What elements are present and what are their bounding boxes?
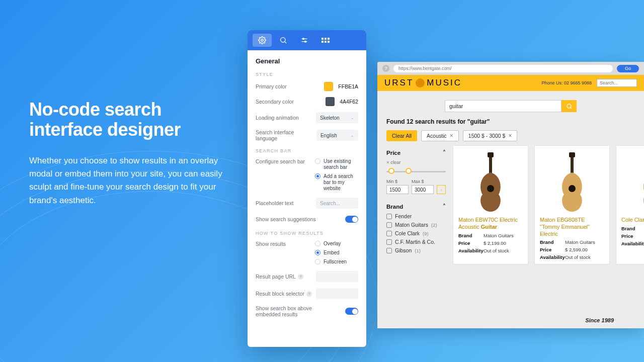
results-heading: Found 12 search results for "guitar"	[377, 118, 644, 125]
max-input[interactable]: 3000	[412, 185, 434, 194]
max-label: Max $	[412, 179, 434, 184]
product-name: Cole Clark Auditorium	[621, 217, 644, 224]
opt-use-existing[interactable]: Use existing search bar	[315, 158, 358, 170]
product-card[interactable]: Maton EBW70C Electric Acoustic GuitarBra…	[453, 145, 528, 264]
brand-option[interactable]: Cole Clark (9)	[386, 230, 446, 236]
product-card[interactable]: Cole Clark AuditoriumBrandPriceAvailabil…	[616, 145, 644, 264]
svg-line-8	[570, 107, 571, 108]
configure-search-label: Configure search bar	[256, 158, 305, 164]
brand-option[interactable]: Maton Guitars (2)	[386, 222, 446, 228]
product-name: Maton EBW70C Electric Acoustic Guitar	[458, 217, 523, 231]
result-block-input[interactable]	[316, 288, 358, 299]
suggestions-toggle[interactable]	[345, 216, 358, 223]
sliders-icon	[300, 36, 308, 44]
chip-clear-all[interactable]: Clear All	[386, 130, 417, 141]
opt-fullscreen[interactable]: Fullscreen	[315, 259, 358, 265]
embedded-search-input[interactable]: guitar	[445, 100, 561, 112]
chip-price[interactable]: 1500 $ - 3000 $×	[463, 130, 518, 141]
loading-anim-select[interactable]: Skeleton⌄	[316, 112, 358, 123]
brand-option[interactable]: C.F. Martin & Co.	[386, 239, 446, 245]
panel-title: General	[256, 57, 358, 65]
min-input[interactable]: 1500	[386, 185, 409, 194]
product-image	[554, 151, 590, 214]
embedded-search-button[interactable]	[561, 100, 577, 112]
site-search[interactable]	[597, 79, 637, 87]
address-bar[interactable]: https://www.bentgate.com/	[393, 65, 613, 72]
searchbox-above-toggle[interactable]	[345, 308, 358, 315]
primary-color-label: Primary color	[256, 83, 287, 89]
help-icon[interactable]: ?	[382, 65, 389, 72]
svg-point-0	[261, 39, 263, 41]
section-how-results: HOW TO SHOW RESULTS	[256, 231, 358, 236]
since-text: Since 1989	[585, 317, 614, 323]
placeholder-input[interactable]: Search...	[316, 198, 358, 209]
facet-brand-header[interactable]: Brand˄	[386, 203, 446, 210]
tab-search[interactable]	[274, 34, 293, 47]
config-panel: General STYLE Primary color FFBE1A Secon…	[248, 30, 366, 347]
svg-line-2	[285, 42, 286, 43]
svg-rect-10	[488, 152, 494, 157]
loading-anim-label: Loading animation	[256, 115, 299, 121]
result-url-label: Result page URL?	[256, 274, 303, 280]
price-clear[interactable]: × clear	[386, 159, 446, 165]
tab-filters[interactable]	[295, 34, 314, 47]
suggestions-label: Show search suggestions	[256, 216, 316, 222]
search-icon	[566, 103, 573, 110]
lang-select[interactable]: English⌄	[316, 130, 358, 141]
facet-price-header[interactable]: Price˄	[386, 149, 446, 156]
svg-point-6	[305, 41, 306, 42]
sun-icon	[416, 78, 425, 87]
search-icon	[279, 36, 287, 44]
svg-point-1	[281, 38, 285, 42]
svg-point-11	[487, 185, 494, 192]
chip-acoustic[interactable]: Acoustic×	[421, 130, 459, 141]
svg-point-5	[303, 38, 304, 40]
marketing-headline: No-code search interface designer	[29, 100, 230, 140]
brand-option[interactable]: Gibson (1)	[386, 247, 446, 253]
svg-point-7	[567, 104, 571, 108]
opt-embed[interactable]: Embed	[315, 250, 358, 256]
placeholder-label: Placeholder text	[256, 200, 293, 206]
opt-add-bar[interactable]: Add a search bar to my website	[315, 173, 358, 192]
gear-icon	[258, 36, 266, 44]
preview-browser: ? https://www.bentgate.com/ Go URSTMUSIC…	[377, 62, 644, 328]
lang-label: Search interface language	[256, 129, 316, 141]
section-searchbar: SEARCH BAR	[256, 148, 358, 153]
product-card[interactable]: Maton EBG808TE "Tommy Emmanuel" Electric…	[534, 145, 610, 264]
product-name: Maton EBG808TE "Tommy Emmanuel" Electric	[540, 217, 604, 237]
section-style: STYLE	[256, 72, 358, 77]
show-results-label: Show results	[256, 241, 286, 247]
go-button[interactable]: Go	[617, 65, 639, 72]
site-logo: URSTMUSIC	[384, 78, 462, 88]
opt-overlay[interactable]: Overlay	[315, 241, 358, 247]
chevron-up-icon: ˄	[443, 149, 446, 156]
product-image	[473, 151, 508, 214]
product-image	[636, 151, 644, 214]
secondary-color-value: 4A4F62	[340, 99, 358, 105]
secondary-color-swatch[interactable]	[326, 97, 335, 106]
result-url-input[interactable]	[316, 271, 358, 282]
phone-text: Phone Us: 02 9665 9088	[541, 80, 592, 85]
grid-icon	[321, 38, 330, 43]
price-slider[interactable]	[386, 167, 446, 176]
searchbox-above-label: Show search box above embedded results	[256, 305, 316, 317]
tab-general[interactable]	[253, 34, 272, 47]
close-icon[interactable]: ×	[450, 132, 453, 139]
close-icon[interactable]: ×	[508, 132, 512, 139]
result-block-label: Result block selector?	[256, 291, 312, 297]
primary-color-value: FFBE1A	[338, 83, 358, 89]
svg-rect-13	[569, 152, 575, 157]
min-label: Min $	[386, 179, 409, 184]
apply-price[interactable]: ›	[437, 185, 446, 194]
brand-option[interactable]: Fender	[386, 213, 446, 219]
marketing-body: Whether you choose to show results in an…	[29, 154, 230, 207]
primary-color-swatch[interactable]	[324, 82, 333, 91]
secondary-color-label: Secondary color	[256, 99, 294, 105]
chevron-up-icon: ˄	[443, 203, 446, 210]
tab-layout[interactable]	[316, 34, 335, 47]
svg-point-14	[569, 185, 576, 192]
